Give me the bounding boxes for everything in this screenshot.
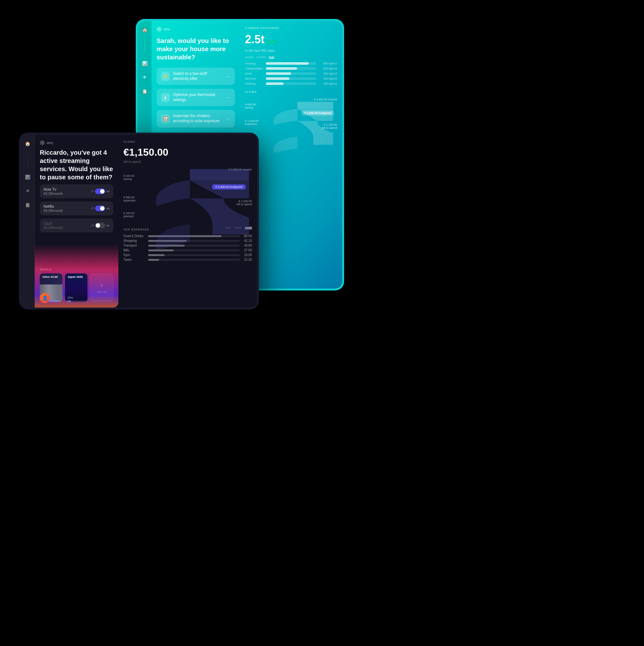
thermostat-icon: 🌡 [161,93,170,102]
shutters-card[interactable]: 🪟 Automate the shutters according to sol… [156,110,235,127]
netflix-price: €9,99/month [43,209,63,213]
housing-label: Housing [245,62,264,65]
food-val: 425 kg/co2 [318,72,337,75]
front-user-icon: ○ [40,140,45,145]
front-flows-sub: left to spend [123,160,252,164]
user-avatar[interactable]: 👤 [40,293,50,303]
dazn-off-label: off [91,224,94,227]
add-label: Add new [96,291,107,294]
volvo-title: Volvo XC40 [42,275,58,279]
netflix-row[interactable]: Netflix €9,99/month off on [40,201,113,215]
dazn-name: Dazn [43,221,63,226]
period-year[interactable]: year [269,56,275,59]
front-document-icon[interactable]: 📋 [24,201,31,208]
front-headline: Riccardo, you've got 4 active streaming … [40,148,113,181]
period-weekly[interactable]: weekly [245,56,254,59]
carbon-footprint-label: CARBON FOOTPRINT [245,26,337,30]
transport-label: Transportation [245,67,264,70]
shutters-icon: 🪟 [161,114,170,123]
document-icon[interactable]: 📋 [141,88,148,95]
clothing-bar-track [266,82,316,85]
front-flows-label: FLOWS [123,140,252,143]
transport-bar-fill [266,67,297,70]
thermostat-card-text: Optimize your thermostat settings [173,93,223,102]
japan-progress-bar [65,301,88,302]
front-tablet-left-panel: ○ amy Riccardo, you've got 4 active stre… [35,134,118,308]
front-tablet-sidebar: 🏠 📊 👁 📋 [21,134,35,308]
now-tv-off-label: off [91,190,94,193]
back-headline: Sarah, would you like to make your house… [156,37,235,61]
front-user-row: ○ amy [40,140,113,145]
transport-bar-row: Transportation 525 kg/co2 [245,67,337,70]
food-label: Food [245,72,264,75]
front-goals-row: Volvo XC40 75% Japan 2025 [40,274,113,302]
front-user-name: amy [47,141,53,144]
front-tablet-right-panel: FLOWS €1,150.00 left to spend € 2,850.00… [118,134,257,308]
home-icon[interactable]: 🏠 [141,26,148,33]
back-sankey-svg [257,101,337,165]
carbon-sub: in the last 365 days [245,48,337,52]
front-eye-icon[interactable]: 👁 [24,188,31,195]
japan-pct: 25% [68,296,73,299]
front-sankey-svg [139,168,252,269]
electricity-card-text: Switch to a two-tariff electricity offer [173,71,223,81]
back-flows-label: FLOWS [245,90,337,94]
electricity-card[interactable]: ⚡ Switch to a two-tariff electricity off… [156,68,235,85]
front-flow-planned: € 320.00planned [123,212,134,218]
clothing-label: Clothing [245,82,264,85]
services-label: Services [245,77,264,80]
front-flows-amount: €1,150.00 [123,146,252,158]
now-tv-on-label: on [106,190,110,193]
netflix-on-label: on [106,207,110,210]
dazn-price: €9,99/month [43,226,63,229]
shutters-card-text: Automate the shutters according to solar… [173,114,223,123]
front-goals-label: GOALS [40,268,113,271]
electricity-icon: ⚡ [161,72,170,81]
back-flow-income: € 3,450.00 income [314,98,337,101]
front-sidebar-divider [27,154,28,167]
transport-val: 525 kg/co2 [318,67,337,70]
add-icon: + [100,282,104,289]
front-flow-expenses: € 980.00expenses [123,196,136,202]
front-tablet: 🏠 📊 👁 📋 ○ amy Riccardo, you've got 4 act… [19,133,259,309]
housing-bar-track [266,62,316,65]
dazn-toggle[interactable] [95,223,105,228]
dazn-on-label: on [106,224,110,227]
clothing-bar-row: Clothing 300 kg/co2 [245,82,337,85]
svg-rect-0 [297,102,333,109]
services-bar-fill [266,77,290,80]
now-tv-toggle[interactable] [95,189,105,194]
add-goal-button[interactable]: + Add new [90,274,113,302]
netflix-name: Netflix [43,204,63,209]
front-flow-saving: € 400.00saving [123,174,134,181]
japan-progress-fill [65,301,71,302]
back-user-icon: ○ [156,26,162,31]
food-bar-row: Food 425 kg/co2 [245,72,337,75]
front-chart-icon[interactable]: 📊 [24,174,31,181]
now-tv-row[interactable]: Now Tv €9,99/month off on [40,184,113,198]
electricity-card-arrow: → [226,74,230,79]
services-bar-row: Services 400 kg/co2 [245,77,337,80]
period-tabs: weekly monthly year [245,56,337,59]
front-home-icon[interactable]: 🏠 [24,140,31,147]
front-goals-section: GOALS Volvo XC40 75% Japan 2025 [40,268,113,302]
japan-title: Japan 2025 [68,275,83,279]
back-flow-saving: € 600.00saving [245,103,256,109]
services-val: 400 kg/co2 [318,77,337,80]
thermostat-card[interactable]: 🌡 Optimize your thermostat settings → [156,89,235,106]
carbon-badge: -10% [267,40,277,44]
chart-icon[interactable]: 📊 [141,60,148,67]
housing-bar-row: Housing 850 kg/co2 [245,62,337,65]
food-bar-fill [266,72,291,75]
now-tv-price: €9,99/month [43,192,63,196]
period-monthly[interactable]: monthly [256,56,266,59]
clothing-bar-fill [266,82,284,85]
back-user-row: ○ amy [156,26,235,31]
japan-goal-card[interactable]: Japan 2025 25% [65,274,88,302]
netflix-toggle[interactable] [95,206,105,211]
carbon-value: 2.5t [245,33,264,46]
housing-val: 850 kg/co2 [318,62,337,65]
netflix-off-label: off [91,207,94,210]
eye-icon[interactable]: 👁 [141,74,148,81]
dazn-row[interactable]: Dazn €9,99/month off on [40,218,113,232]
